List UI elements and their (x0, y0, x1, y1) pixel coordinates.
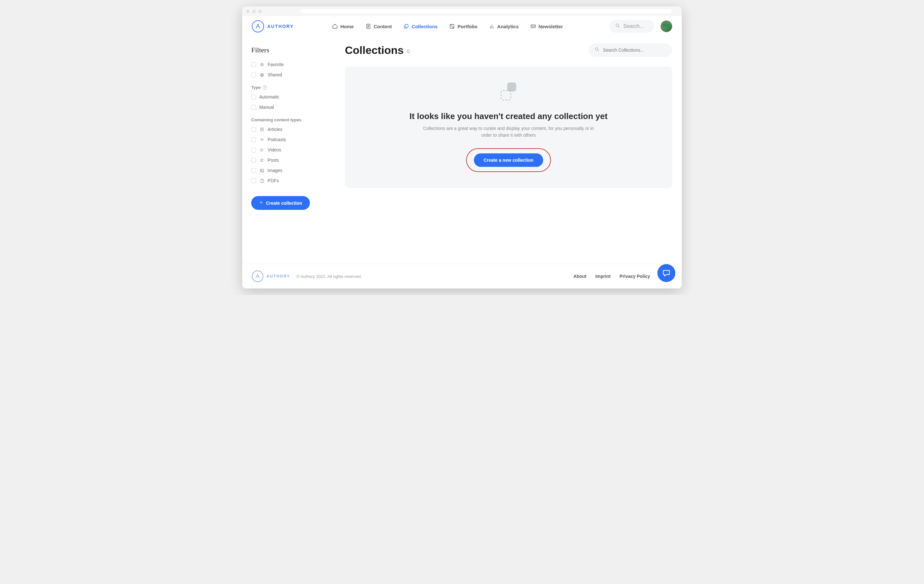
nav-analytics[interactable]: Analytics (489, 23, 519, 29)
global-search[interactable]: Search... (609, 20, 654, 33)
empty-subtitle: Collections are a great way to curate an… (419, 125, 598, 139)
nav-label: Analytics (497, 24, 519, 29)
filters-sidebar: Filters Favorite Shared Type ? Automatic (242, 37, 335, 219)
svg-rect-1 (405, 25, 408, 27)
checkbox[interactable] (251, 148, 256, 152)
footer-about[interactable]: About (573, 274, 586, 279)
filter-manual[interactable]: Manual (251, 105, 326, 110)
app-window: AUTHORY Home Content Collections Portfol… (242, 7, 682, 289)
filter-automatic[interactable]: Automatic (251, 94, 326, 99)
create-new-collection-button[interactable]: Create a new collection (474, 153, 543, 167)
type-section-label: Type ? (251, 85, 326, 90)
main-content: Collections 0 It looks like you haven't … (335, 37, 682, 219)
filter-shared[interactable]: Shared (251, 72, 326, 78)
checkbox[interactable] (251, 127, 256, 132)
checkbox[interactable] (251, 178, 256, 183)
filter-label: Podcasts (267, 137, 286, 142)
filter-label: Videos (267, 147, 281, 152)
footer: AUTHORY © Authory 2022. All rights reser… (242, 264, 682, 289)
nav-label: Newsletter (539, 24, 563, 29)
checkbox[interactable] (251, 95, 256, 99)
button-label: Create collection (266, 201, 302, 206)
filter-label: Images (267, 168, 282, 173)
user-avatar[interactable] (661, 21, 672, 32)
nav-collections[interactable]: Collections (403, 23, 437, 29)
window-titlebar (242, 7, 682, 16)
article-icon (259, 127, 264, 132)
filter-label: Automatic (259, 94, 279, 99)
search-collections-input[interactable] (603, 48, 667, 53)
svg-point-4 (616, 24, 619, 26)
svg-rect-6 (261, 128, 263, 131)
create-collection-button[interactable]: Create collection (251, 196, 310, 210)
filter-favorite[interactable]: Favorite (251, 62, 326, 67)
checkbox[interactable] (251, 158, 256, 163)
filter-podcasts[interactable]: Podcasts (251, 137, 326, 142)
page-title: Collections (345, 44, 404, 56)
traffic-lights[interactable] (246, 10, 262, 13)
filter-videos[interactable]: Videos (251, 147, 326, 152)
image-icon (259, 168, 264, 173)
page-header: Collections 0 (345, 43, 672, 57)
empty-title: It looks like you haven't created any co… (361, 111, 656, 121)
svg-point-9 (596, 48, 598, 50)
url-bar[interactable] (300, 9, 672, 13)
logo-icon (252, 271, 263, 282)
podcast-icon (259, 137, 264, 142)
document-icon (365, 23, 371, 29)
checkbox[interactable] (251, 73, 256, 78)
search-placeholder: Search... (624, 23, 644, 29)
brand-name: AUTHORY (267, 24, 294, 29)
nav-label: Collections (412, 24, 437, 29)
search-icon (594, 47, 600, 53)
filter-pdfs[interactable]: PDFs (251, 178, 326, 183)
footer-imprint[interactable]: Imprint (596, 274, 610, 279)
search-collections[interactable] (589, 43, 672, 57)
checkbox[interactable] (251, 62, 256, 67)
mail-icon (530, 23, 536, 29)
empty-state: It looks like you haven't created any co… (345, 66, 672, 188)
filters-heading: Filters (251, 46, 326, 54)
filter-posts[interactable]: Posts (251, 158, 326, 163)
filter-label: PDFs (267, 178, 279, 183)
help-icon[interactable]: ? (262, 85, 267, 90)
filter-label: Favorite (267, 62, 284, 67)
chat-widget[interactable] (657, 264, 675, 282)
portfolio-icon (449, 23, 455, 29)
video-icon (259, 147, 264, 152)
annotation-highlight: Create a new collection (466, 148, 551, 172)
nav-home[interactable]: Home (332, 23, 354, 29)
search-icon (615, 23, 620, 30)
nav-newsletter[interactable]: Newsletter (530, 23, 563, 29)
nav-content[interactable]: Content (365, 23, 392, 29)
filter-label: Posts (267, 158, 279, 163)
filter-images[interactable]: Images (251, 168, 326, 173)
checkbox[interactable] (251, 137, 256, 142)
top-header: AUTHORY Home Content Collections Portfol… (242, 16, 682, 37)
collections-icon (403, 23, 409, 29)
posts-icon (259, 158, 264, 163)
footer-brand: AUTHORY (267, 274, 290, 279)
nav-portfolio[interactable]: Portfolio (449, 23, 477, 29)
footer-logo[interactable]: AUTHORY (252, 271, 290, 282)
plus-icon (259, 200, 263, 206)
analytics-icon (489, 23, 495, 29)
button-label: Create a new collection (483, 158, 533, 163)
nav-label: Home (340, 24, 354, 29)
footer-privacy[interactable]: Privacy Policy (620, 274, 650, 279)
star-icon (259, 62, 264, 67)
filter-label: Articles (267, 127, 282, 132)
main-nav: Home Content Collections Portfolio Analy… (332, 23, 609, 29)
checkbox[interactable] (251, 168, 256, 173)
logo-icon (252, 20, 264, 32)
brand-logo[interactable]: AUTHORY (252, 20, 332, 32)
home-icon (332, 23, 338, 29)
filter-articles[interactable]: Articles (251, 127, 326, 132)
pdf-icon (259, 178, 264, 183)
empty-collections-icon (499, 82, 518, 102)
nav-label: Content (374, 24, 392, 29)
collection-count: 0 (407, 49, 410, 54)
content-types-label: Containing content types (251, 117, 326, 122)
svg-rect-3 (531, 25, 535, 28)
checkbox[interactable] (251, 105, 256, 110)
